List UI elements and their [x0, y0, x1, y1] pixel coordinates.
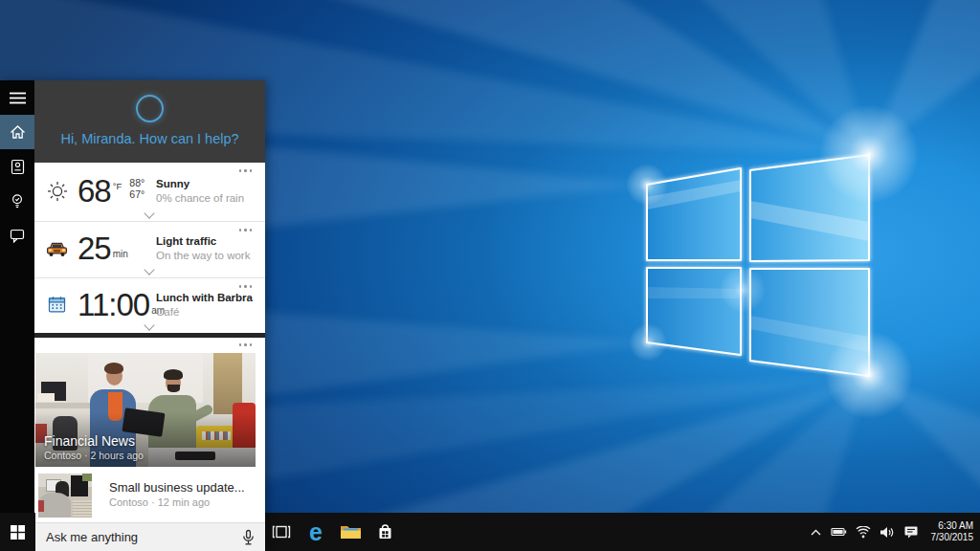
calendar-title: Lunch with Barbra — [156, 290, 253, 304]
more-options-icon[interactable] — [239, 169, 253, 172]
edge-button[interactable]: e — [304, 513, 327, 551]
cortana-sidebar — [0, 80, 34, 551]
clock-time: 6:30 AM — [931, 520, 974, 532]
cortana-panel: Hi, Miranda. How can I help? — [0, 80, 265, 551]
feedback-icon — [10, 229, 25, 243]
store-icon — [377, 522, 393, 541]
microphone-icon[interactable] — [240, 529, 256, 550]
calendar-card[interactable]: 11:00 am Lunch with Barbra Café — [34, 278, 265, 333]
sun-icon — [44, 179, 70, 202]
more-options-icon[interactable] — [239, 229, 253, 231]
calendar-icon — [44, 296, 70, 314]
lightbulb-icon — [10, 193, 25, 209]
news-headline-source: Contoso · 2 hours ago — [44, 450, 144, 462]
home-icon — [10, 124, 26, 140]
thumb-papers — [73, 500, 92, 518]
tray-expand-button[interactable] — [810, 527, 822, 538]
thumb-red-box — [38, 500, 44, 512]
sidebar-item-home[interactable] — [0, 115, 34, 149]
weather-low: 67° — [129, 187, 145, 199]
taskbar-clock[interactable]: 6:30 AM 7/30/2015 — [927, 520, 974, 543]
more-options-icon[interactable] — [239, 285, 253, 288]
battery-status[interactable] — [831, 526, 847, 538]
action-center-button[interactable] — [903, 525, 919, 539]
menu-icon — [10, 92, 26, 104]
notebook-icon — [10, 159, 26, 175]
action-center-icon — [903, 525, 919, 539]
chevron-up-icon — [810, 527, 822, 538]
chevron-down-icon[interactable] — [144, 264, 154, 275]
traffic-subtitle: On the way to work — [156, 249, 250, 262]
battery-icon — [831, 526, 847, 538]
task-view-icon — [271, 524, 292, 540]
traffic-unit: min — [113, 249, 128, 259]
news-options-row — [34, 338, 265, 353]
cortana-ring-icon[interactable] — [136, 95, 164, 122]
car-icon — [44, 240, 70, 256]
cortana-search-bar — [34, 522, 265, 551]
task-view-button[interactable] — [270, 513, 293, 551]
traffic-card[interactable]: 25 min Light traffic On the way to work — [34, 222, 265, 278]
clock-date: 7/30/2015 — [931, 532, 974, 543]
news-item-source: Contoso · 12 min ago — [109, 496, 245, 510]
calendar-time: 11:00 — [78, 287, 149, 321]
file-explorer-button[interactable] — [339, 513, 362, 551]
thumb-plant — [82, 474, 92, 481]
start-button[interactable] — [0, 513, 35, 551]
sidebar-item-feedback[interactable] — [0, 218, 34, 253]
volume-icon — [880, 526, 895, 539]
weather-temp: 68 — [78, 173, 111, 208]
more-options-icon[interactable] — [239, 343, 253, 346]
weather-title: Sunny — [156, 176, 244, 190]
network-status[interactable] — [856, 526, 871, 539]
weather-high: 88° — [129, 176, 145, 187]
cortana-greeting: Hi, Miranda. How can I help? — [34, 131, 265, 146]
search-input[interactable] — [34, 530, 226, 544]
traffic-title: Light traffic — [156, 234, 250, 249]
news-list-item[interactable]: Small business update... Contoso · 12 mi… — [34, 467, 265, 522]
weather-unit: °F — [113, 181, 122, 191]
edge-icon: e — [309, 520, 323, 544]
volume-control[interactable] — [880, 526, 895, 539]
store-button[interactable] — [373, 513, 396, 551]
cortana-header: Hi, Miranda. How can I help? — [34, 80, 265, 163]
calendar-subtitle: Café — [156, 304, 253, 318]
wifi-icon — [856, 526, 871, 539]
start-icon — [11, 525, 25, 540]
news-photo[interactable]: Financial News Contoso · 2 hours ago — [35, 353, 256, 467]
news-item-thumbnail — [38, 474, 92, 518]
traffic-minutes: 25 — [78, 231, 111, 266]
weather-subtitle: 0% chance of rain — [156, 190, 244, 204]
news-headline: Financial News — [44, 432, 144, 450]
menu-button[interactable] — [0, 80, 34, 115]
news-item-title: Small business update... — [109, 479, 245, 496]
file-explorer-icon — [340, 523, 362, 540]
weather-card[interactable]: 68 °F 88° 67° Sunny 0% chance of rain — [34, 163, 265, 222]
cortana-content: Hi, Miranda. How can I help? — [34, 80, 265, 551]
sidebar-item-reminders[interactable] — [0, 184, 34, 218]
sidebar-item-notebook[interactable] — [0, 149, 34, 184]
chevron-down-icon[interactable] — [144, 208, 154, 218]
